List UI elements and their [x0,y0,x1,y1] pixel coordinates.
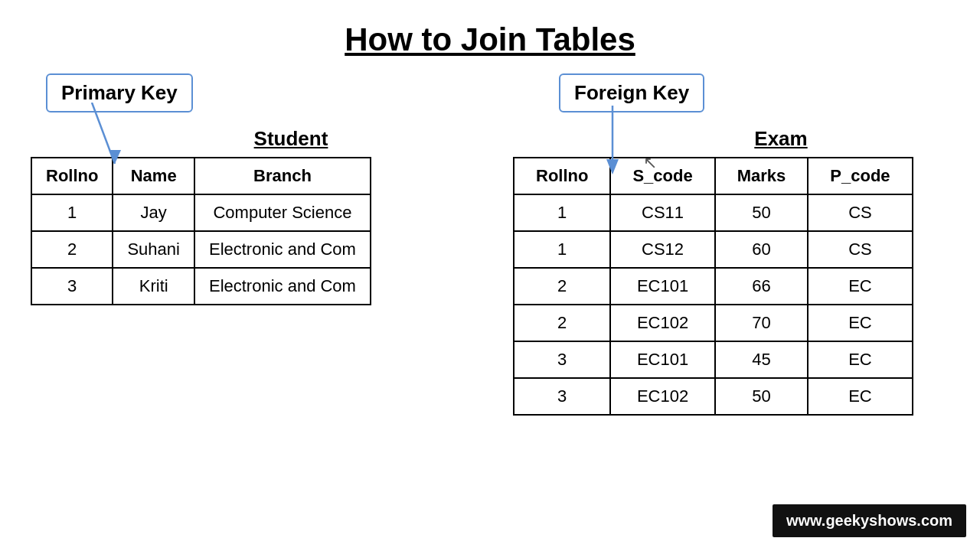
table-row: 3EC10145EC [514,341,913,378]
cursor: ↖ [643,153,657,173]
table-row: 2EC10166EC [514,268,913,305]
exam-col-marks: Marks [715,158,808,194]
table-row: 2EC10270EC [514,305,913,341]
svg-marker-3 [606,159,619,174]
exam-table-header-row: Rollno S_code Marks P_code [514,158,913,194]
student-section: Primary Key Student Rollno Name Branch 1… [23,66,498,305]
table-row: 3KritiElectronic and Com [31,268,371,305]
exam-section: Foreign Key Exam Rollno S_code Marks P_c… [513,66,957,416]
table-row: 1CS1260CS [514,231,913,268]
page-title: How to Join Tables [0,0,980,58]
table-row: 1JayComputer Science [31,194,371,231]
student-table-title: Student [84,127,498,151]
student-col-branch: Branch [194,158,371,194]
primary-key-arrow [69,103,145,194]
table-row: 1CS1150CS [514,194,913,231]
foreign-key-arrow [590,106,666,190]
svg-marker-1 [109,150,121,164]
exam-col-pcode: P_code [808,158,912,194]
table-row: 3EC10250EC [514,378,913,415]
watermark: www.geekyshows.com [773,504,966,537]
table-row: 2SuhaniElectronic and Com [31,231,371,268]
exam-table: Rollno S_code Marks P_code 1CS1150CS1CS1… [513,157,913,416]
